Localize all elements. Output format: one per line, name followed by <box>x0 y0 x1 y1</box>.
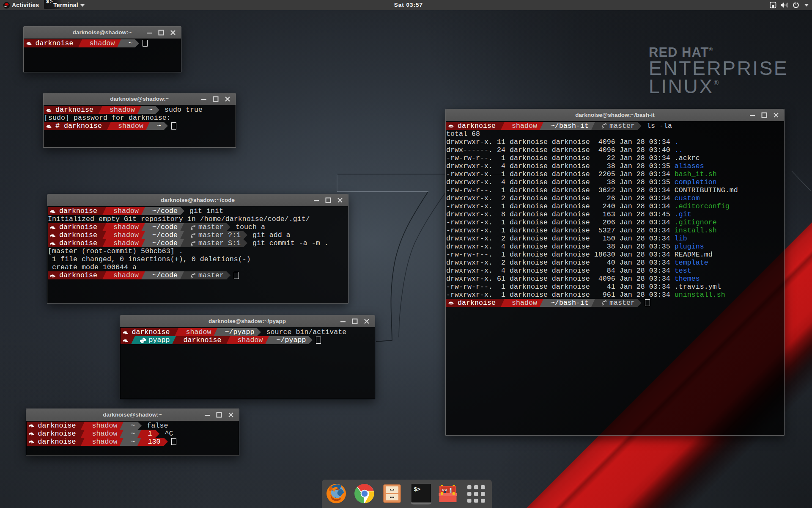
svg-text:$>: $> <box>414 486 421 493</box>
